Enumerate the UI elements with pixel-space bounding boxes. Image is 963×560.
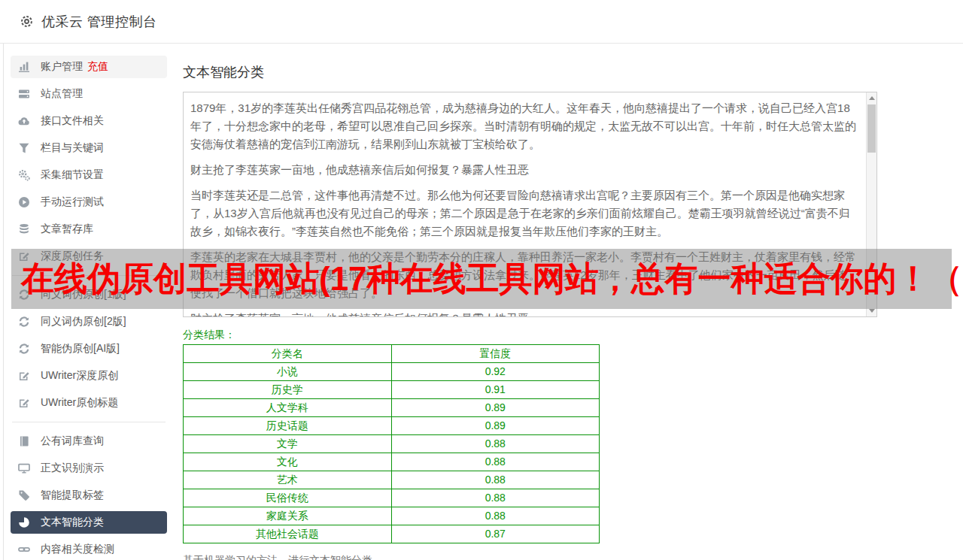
confidence-cell: 0.88 (391, 471, 600, 489)
triangle-down-icon (869, 309, 875, 313)
chart-bar-icon (18, 61, 30, 73)
gear-icon (20, 14, 34, 29)
sidebar-item-label: UWriter深度原创 (41, 369, 118, 383)
sidebar-item-public-dict-query[interactable]: 公有词库查询 (11, 430, 167, 453)
sidebar-item-uwriter-title[interactable]: UWriter原创标题 (11, 392, 167, 414)
scroll-up-button[interactable] (867, 92, 876, 104)
tag-icon (18, 489, 30, 501)
result-label: 分类结果： (183, 328, 877, 341)
sidebar-item-deep-original-task[interactable]: 深度原创任务 (11, 245, 167, 268)
category-cell: 历史学 (184, 381, 392, 399)
sidebar-nav: 账户管理充值站点管理接口文件相关栏目与关键词采集细节设置手动运行测试文章暂存库深… (11, 56, 167, 560)
table-row: 小说0.92 (184, 363, 600, 381)
category-cell: 小说 (184, 363, 392, 381)
article-textarea[interactable]: 1879年，31岁的李莲英出任储秀宫四品花翎总管，成为慈禧身边的大红人。这年春天… (183, 92, 877, 317)
sidebar-item-sites[interactable]: 站点管理 (11, 83, 167, 105)
refresh-icon (18, 316, 30, 328)
top-header-bar: 优采云 管理控制台 (0, 0, 963, 44)
sidebar-item-label: 正文识别演示 (41, 462, 104, 475)
gears-icon (18, 169, 30, 181)
sidebar-item-interface-files[interactable]: 接口文件相关 (11, 110, 167, 132)
sidebar-item-article-store[interactable]: 文章暂存库 (11, 218, 167, 241)
sidebar-item-relevance-detection[interactable]: 内容相关度检测 (11, 538, 167, 560)
sidebar-item-uwriter-deep[interactable]: UWriter深度原创 (11, 365, 167, 387)
sidebar-item-account[interactable]: 账户管理充值 (11, 56, 167, 78)
sidebar-item-label: 栏目与关键词 (41, 141, 104, 155)
page-left-border (3, 44, 4, 560)
sidebar-item-manual-run-test[interactable]: 手动运行测试 (11, 191, 167, 213)
table-row: 民俗传统0.88 (184, 489, 600, 507)
sidebar-item-ai-rewrite[interactable]: 智能伪原创[AI版] (11, 338, 167, 360)
category-cell: 艺术 (184, 471, 392, 489)
table-header-row: 分类名置信度 (184, 345, 600, 363)
sidebar-item-label: UWriter原创标题 (41, 396, 118, 410)
article-paragraph: 当时李莲英还是二总管，这件事他再清楚不过。那么他为何还要冒险向慈禧请求出宫呢？主… (190, 186, 857, 241)
category-cell: 其他社会话题 (184, 525, 392, 543)
confidence-cell: 0.91 (391, 381, 600, 399)
cloud-upload-icon (18, 115, 30, 127)
edit-icon (18, 397, 30, 409)
table-row: 历史话题0.89 (184, 417, 600, 435)
sidebar-item-columns-keywords[interactable]: 栏目与关键词 (11, 137, 167, 159)
sidebar-item-label: 采集细节设置 (41, 168, 104, 182)
sidebar-item-label: 内容相关度检测 (41, 543, 114, 556)
scroll-down-button[interactable] (867, 305, 876, 316)
confidence-cell: 0.88 (391, 507, 600, 525)
server-icon (18, 88, 30, 100)
article-text: 1879年，31岁的李莲英出任储秀宫四品花翎总管，成为慈禧身边的大红人。这年春天… (184, 92, 876, 317)
confidence-cell: 0.89 (391, 399, 600, 417)
category-cell: 历史话题 (184, 417, 392, 435)
article-paragraph: 李莲英的老家在大城县李贾村，他的父亲是个勤劳本分的庄稼人，靠种田养活一家老小。李… (190, 248, 857, 302)
sidebar-item-synonym-rewrite-1[interactable]: 同义词伪原创[1版] (11, 283, 167, 306)
classification-result-table: 分类名置信度 小说0.92历史学0.91人文学科0.89历史话题0.89文学0.… (183, 344, 600, 543)
textarea-scrollbar[interactable] (866, 92, 876, 316)
sidebar-item-synonym-rewrite-2[interactable]: 同义词伪原创[2版] (11, 310, 167, 333)
confidence-cell: 0.88 (391, 489, 600, 507)
link-icon (18, 543, 30, 555)
sidebar-item-label: 账户管理 (41, 60, 83, 74)
confidence-cell: 0.89 (391, 417, 600, 435)
table-row: 文学0.88 (184, 435, 600, 453)
refresh-icon (18, 289, 30, 301)
main-content: 文本智能分类 1879年，31岁的李莲英出任储秀宫四品花翎总管，成为慈禧身边的大… (183, 65, 877, 560)
sidebar-item-label: 公有词库查询 (41, 434, 104, 448)
sidebar-item-body-recognition[interactable]: 正文识别演示 (11, 457, 167, 480)
footnote: 基于机器学习的方法，进行文本智能分类。 (183, 554, 877, 560)
article-paragraph: 财主抢了李莲英家一亩地，他成慈禧亲信后如何报复？暴露人性丑恶 (190, 161, 857, 179)
sidebar-item-label: 文本智能分类 (41, 516, 104, 529)
sidebar-item-label: 智能提取标签 (41, 489, 104, 502)
table-row: 其他社会话题0.87 (184, 525, 600, 543)
sidebar-item-tag-extraction[interactable]: 智能提取标签 (11, 484, 167, 507)
scrollbar-thumb[interactable] (867, 104, 876, 153)
table-row: 人文学科0.89 (184, 399, 600, 417)
confidence-cell: 0.88 (391, 453, 600, 471)
sidebar-item-label: 智能伪原创[AI版] (41, 342, 120, 356)
confidence-cell: 0.92 (391, 363, 600, 381)
category-cell: 民俗传统 (184, 489, 392, 507)
sidebar-divider (12, 422, 166, 422)
book-icon (18, 435, 30, 447)
confidence-cell: 0.88 (391, 435, 600, 453)
app-window: 优采云 管理控制台 账户管理充值站点管理接口文件相关栏目与关键词采集细节设置手动… (0, 0, 963, 560)
sidebar-item-label: 同义词伪原创[2版] (41, 315, 126, 328)
sidebar-item-label: 手动运行测试 (41, 195, 104, 209)
recharge-badge[interactable]: 充值 (87, 60, 108, 74)
sidebar-divider (12, 275, 166, 276)
sidebar-item-label: 站点管理 (41, 87, 83, 101)
sidebar-item-collect-settings[interactable]: 采集细节设置 (11, 164, 167, 186)
table-row: 历史学0.91 (184, 381, 600, 399)
category-cell: 文学 (184, 435, 392, 453)
database-icon (18, 223, 30, 235)
sidebar-item-label: 深度原创任务 (41, 250, 104, 263)
article-paragraph: 1879年，31岁的李莲英出任储秀宫四品花翎总管，成为慈禧身边的大红人。这年春天… (190, 99, 857, 153)
page-title: 文本智能分类 (183, 65, 877, 80)
sidebar-item-text-classification[interactable]: 文本智能分类 (11, 511, 167, 534)
table-row: 文化0.88 (184, 453, 600, 471)
edit-icon (18, 250, 30, 262)
category-cell: 文化 (184, 453, 392, 471)
table-header-cell: 分类名 (184, 345, 392, 363)
funnel-icon (18, 142, 30, 154)
refresh-icon (18, 343, 30, 355)
confidence-cell: 0.87 (391, 525, 600, 543)
play-icon (18, 196, 30, 208)
